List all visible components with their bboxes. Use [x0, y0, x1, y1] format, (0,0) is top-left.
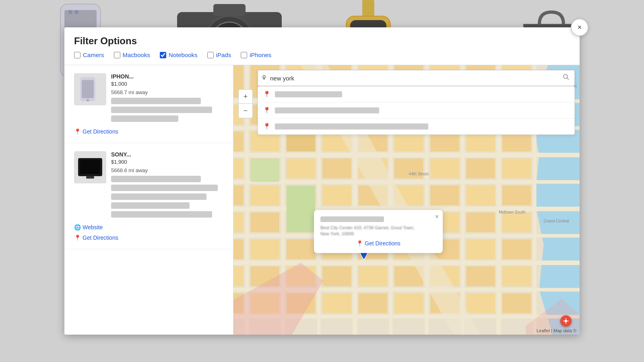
svg-rect-96 — [233, 239, 244, 259]
filter-modal: Filter Options Camers Macbooks Notebooks… — [64, 27, 580, 335]
store-list: IPHON... $1,000 5668.7 mi away 📍 Get Dir… — [64, 65, 233, 335]
svg-point-139 — [565, 320, 567, 322]
svg-text:Midtown South: Midtown South — [499, 210, 525, 214]
popup-address-line1: Best City Center 419, 4738 Garnet, Grout… — [320, 225, 436, 230]
autocomplete-result-2[interactable]: 📍 Distrito N.C. Grand Avenue Freaths, Li… — [258, 103, 574, 119]
product-info-2: SONY... $1,900 5668.6 mi away — [111, 151, 223, 220]
filter-checkboxes: Camers Macbooks Notebooks iPads iPhones — [74, 51, 570, 58]
svg-rect-109 — [359, 266, 387, 286]
svg-rect-104 — [502, 239, 531, 259]
svg-point-4 — [74, 10, 78, 14]
result-pin-1: 📍 — [263, 90, 271, 98]
get-directions-link-1[interactable]: 📍 Get Directions — [74, 128, 223, 135]
svg-rect-77 — [502, 158, 531, 178]
svg-rect-75 — [430, 158, 459, 178]
product-price-2: $1,900 — [111, 159, 223, 165]
popup-close-button[interactable]: × — [435, 213, 439, 220]
macbooks-checkbox[interactable] — [114, 52, 120, 58]
svg-point-135 — [564, 74, 568, 78]
store-distance-1: 5668.7 mi away — [111, 89, 223, 95]
store-item-2: SONY... $1,900 5668.6 mi away 🌐 Website — [64, 143, 233, 249]
filter-ipads[interactable]: iPads — [207, 51, 231, 58]
product-info-1: IPHON... $1,000 5668.7 mi away — [111, 73, 223, 124]
svg-rect-60 — [233, 132, 244, 151]
map-search-submit[interactable] — [561, 72, 571, 84]
filter-macbooks[interactable]: Macbooks — [114, 51, 150, 58]
map-search-input[interactable] — [270, 75, 561, 82]
svg-rect-81 — [322, 185, 351, 205]
svg-rect-125 — [251, 158, 279, 182]
svg-rect-21 — [86, 176, 94, 179]
svg-rect-117 — [322, 293, 351, 313]
store-address-blurred-1a — [111, 98, 201, 104]
my-location-button[interactable] — [560, 315, 572, 327]
svg-text:Grand Central: Grand Central — [544, 219, 569, 223]
filter-notebooks[interactable]: Notebooks — [160, 51, 198, 58]
svg-rect-119 — [394, 293, 423, 313]
map-popup: × Best City Center 419, 4738 Garnet, Gro… — [314, 210, 443, 253]
zoom-out-button[interactable]: − — [238, 104, 253, 118]
product-name-2: SONY... — [111, 151, 223, 158]
result-pin-2: 📍 — [263, 107, 271, 114]
product-thumb-2 — [74, 151, 106, 183]
modal-close-button[interactable]: × — [571, 19, 588, 36]
svg-rect-122 — [502, 293, 531, 313]
get-directions-link-2[interactable]: 📍 Get Directions — [74, 234, 223, 241]
svg-rect-84 — [430, 185, 459, 205]
filter-content: IPHON... $1,000 5668.7 mi away 📍 Get Dir… — [64, 65, 580, 335]
notebooks-checkbox[interactable] — [160, 52, 166, 58]
product-name-1: IPHON... — [111, 73, 223, 80]
svg-rect-103 — [466, 239, 495, 259]
svg-rect-124 — [287, 185, 315, 232]
svg-point-3 — [68, 10, 72, 14]
svg-rect-9 — [213, 4, 246, 16]
search-location-icon — [261, 75, 267, 82]
svg-rect-85 — [466, 185, 495, 205]
svg-rect-112 — [466, 266, 495, 286]
svg-rect-79 — [251, 185, 279, 205]
store-distance-2: 5668.6 mi away — [111, 167, 223, 173]
svg-rect-20 — [80, 160, 100, 174]
store-address-blurred-2d — [111, 202, 190, 209]
svg-rect-72 — [322, 158, 351, 178]
search-autocomplete: 📍 Rio, Catão, Buenos Aisente 📍 Distrito … — [258, 86, 575, 135]
product-thumb-1 — [74, 73, 106, 105]
zoom-controls: + − — [238, 89, 253, 118]
autocomplete-result-3[interactable]: 📍 Av. Avellaneda, María, Partido de Nort… — [258, 119, 574, 134]
result-text-1: Rio, Catão, Buenos Aisente — [275, 91, 342, 97]
globe-icon-2: 🌐 — [74, 224, 81, 230]
pin-icon-1: 📍 — [74, 128, 81, 135]
popup-address-line2: New York, 10009 — [320, 231, 436, 236]
result-text-2: Distrito N.C. Grand Avenue Freaths, Libo… — [275, 107, 379, 113]
svg-rect-86 — [502, 185, 531, 205]
website-link-2[interactable]: 🌐 Website — [74, 224, 223, 230]
iphones-checkbox[interactable] — [241, 52, 247, 58]
autocomplete-result-1[interactable]: 📍 Rio, Catão, Buenos Aisente — [258, 86, 574, 103]
store-item-1: IPHON... $1,000 5668.7 mi away 📍 Get Dir… — [64, 65, 233, 143]
svg-point-18 — [87, 99, 89, 101]
filter-cameras[interactable]: Camers — [74, 51, 104, 58]
svg-rect-76 — [466, 158, 495, 178]
pin-icon-2: 📍 — [74, 234, 81, 241]
store-address-blurred-1b — [111, 107, 212, 113]
svg-rect-78 — [233, 185, 244, 205]
store-address-blurred-2a — [111, 176, 201, 182]
svg-rect-17 — [82, 80, 94, 98]
cameras-checkbox[interactable] — [74, 52, 80, 58]
result-text-3: Av. Avellaneda, María, Partido de Norte,… — [275, 123, 428, 130]
filter-iphones[interactable]: iPhones — [241, 51, 271, 58]
popup-store-name — [320, 216, 384, 222]
filter-title: Filter Options — [74, 35, 570, 47]
svg-rect-97 — [251, 239, 279, 259]
svg-rect-98 — [287, 239, 315, 259]
svg-rect-71 — [287, 158, 315, 178]
ipads-checkbox[interactable] — [207, 52, 214, 58]
result-pin-3: 📍 — [263, 123, 271, 130]
svg-rect-113 — [502, 266, 531, 286]
svg-rect-108 — [322, 266, 351, 286]
svg-rect-88 — [251, 212, 279, 232]
svg-rect-10 — [362, 0, 374, 16]
popup-directions-link[interactable]: 📍 Get Directions — [320, 240, 436, 247]
svg-rect-121 — [466, 293, 495, 313]
zoom-in-button[interactable]: + — [238, 89, 253, 104]
